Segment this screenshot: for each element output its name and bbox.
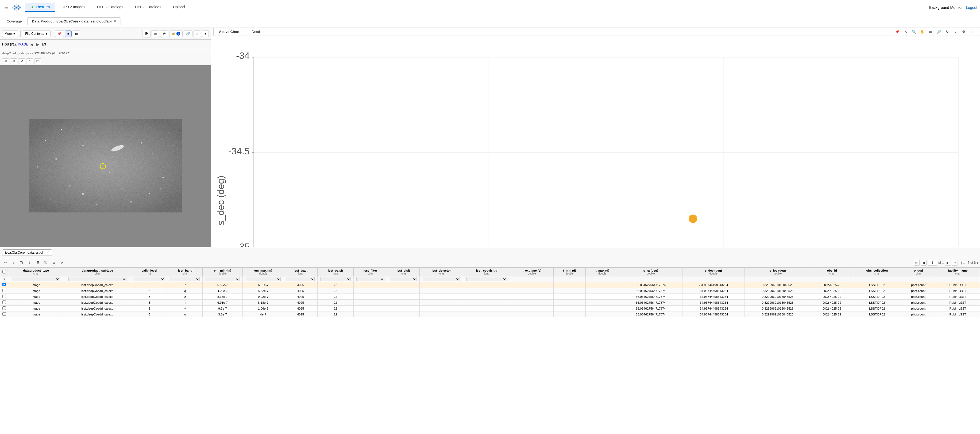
- expand-button[interactable]: ⇗: [194, 30, 201, 37]
- filter-select-6[interactable]: [246, 277, 281, 281]
- filter-cell-2[interactable]: [64, 276, 131, 282]
- filter-cell-3[interactable]: [131, 276, 168, 282]
- filter-select-11[interactable]: [423, 277, 460, 281]
- nav-tab-upload[interactable]: Upload: [168, 3, 190, 12]
- logout-link[interactable]: Logout: [966, 5, 977, 10]
- page-last-button[interactable]: ⇥: [952, 260, 958, 266]
- expand-chart-button[interactable]: ⇗: [968, 29, 976, 35]
- nav-tab-results[interactable]: ▲ Results: [25, 3, 55, 12]
- select-button[interactable]: ↖: [902, 29, 909, 35]
- filter-select-1[interactable]: [12, 277, 60, 281]
- single-view-button[interactable]: ■: [65, 30, 72, 37]
- col-header-s-fov[interactable]: s_fov (deg)double: [745, 268, 811, 276]
- col-header-lsst-band[interactable]: lsst_bandchar: [168, 268, 203, 276]
- tab-details[interactable]: Details: [246, 28, 268, 35]
- table-tab[interactable]: ivoa.ObsCore - data.lsst.cl... ✕: [2, 249, 52, 256]
- tab-active-chart[interactable]: Active Chart: [213, 28, 245, 35]
- col-header-t-exptime[interactable]: t_exptime (s)double: [510, 268, 554, 276]
- background-monitor-link[interactable]: Background Monitor: [929, 5, 963, 10]
- table-row[interactable]: imagelsst.deepCoadd_calexp3z8.18e-79.22e…: [0, 294, 980, 300]
- wcs-button[interactable]: ⚙: [142, 30, 151, 37]
- zoom-out-chart-button[interactable]: 🔎: [935, 29, 943, 35]
- col-header-t-max[interactable]: t_max (d)double: [586, 268, 619, 276]
- row-checkbox[interactable]: [2, 312, 6, 316]
- filter-select-9[interactable]: [356, 277, 384, 281]
- page-prev-button[interactable]: ◀: [921, 260, 926, 266]
- col-header-obs-id[interactable]: obs_idchar: [811, 268, 853, 276]
- settings-button[interactable]: ⚙: [960, 29, 967, 35]
- nav-tab-dp02images[interactable]: DP0.2 Images: [56, 3, 91, 12]
- row-checkbox[interactable]: [2, 300, 6, 304]
- row-checkbox[interactable]: [2, 295, 6, 298]
- filter-cell-7[interactable]: [284, 276, 317, 282]
- col-header-em-min[interactable]: em_min (m)double: [203, 268, 243, 276]
- filter-select-8[interactable]: [320, 277, 351, 281]
- col-header-lsst-patch[interactable]: lsst_patchlong: [317, 268, 354, 276]
- filter-select-4[interactable]: [170, 277, 200, 281]
- zoom-fit-button[interactable]: +: [202, 30, 209, 37]
- hamburger-menu[interactable]: ☰: [3, 3, 10, 12]
- tab-dataproduct[interactable]: Data Product: ivoa.ObsCore - data.lsst.c…: [27, 18, 121, 25]
- restore-button[interactable]: ↻: [943, 29, 951, 35]
- col-header-calib-level[interactable]: calib_levelint: [131, 268, 168, 276]
- row-checkbox-cell[interactable]: [0, 311, 8, 318]
- table-add-button[interactable]: ✏: [2, 260, 9, 266]
- zoom-fit-img-button[interactable]: ↗: [18, 58, 25, 64]
- row-checkbox-cell[interactable]: [0, 294, 8, 300]
- row-checkbox-cell[interactable]: [0, 300, 8, 306]
- row-checkbox[interactable]: [2, 306, 6, 310]
- filter-cell-11[interactable]: [419, 276, 463, 282]
- filter-select-2[interactable]: [68, 277, 127, 281]
- link-button[interactable]: 🔗: [184, 30, 192, 37]
- more-button[interactable]: More ▼: [2, 30, 18, 37]
- file-contents-button[interactable]: File Contents ▼: [23, 30, 51, 37]
- filter-select-12[interactable]: [466, 277, 507, 281]
- table-info-button[interactable]: ⓘ: [42, 260, 49, 266]
- target-button[interactable]: ◎: [151, 30, 159, 37]
- filter-cell-9[interactable]: [354, 276, 387, 282]
- table-row[interactable]: imagelsst.deepCoadd_calexp3i6.91e-78.18e…: [0, 300, 980, 306]
- table-download-button[interactable]: ⇓: [26, 260, 33, 266]
- grid-view-button[interactable]: ⊞: [73, 30, 80, 37]
- col-header-o-ucd[interactable]: o_ucdchar: [901, 268, 935, 276]
- pin-chart-button[interactable]: 📌: [894, 29, 901, 35]
- filter-cell-5[interactable]: [203, 276, 243, 282]
- zoom-original-button[interactable]: 1:1: [34, 58, 41, 64]
- nav-tab-dp02catalogs[interactable]: DP0.2 Catalogs: [92, 3, 129, 12]
- row-checkbox-cell[interactable]: [0, 282, 8, 288]
- col-header-facility-name[interactable]: facility_namechar: [935, 268, 980, 276]
- filter-select-5[interactable]: [205, 277, 240, 281]
- tab-coverage[interactable]: Coverage: [2, 18, 26, 25]
- row-checkbox[interactable]: [2, 283, 6, 286]
- close-tab-icon[interactable]: ✕: [113, 19, 116, 23]
- draw-button[interactable]: ✍ 2: [169, 30, 183, 37]
- hdu-prev-button[interactable]: ◀: [29, 42, 34, 47]
- filter-cell-12[interactable]: [463, 276, 510, 282]
- layers-button[interactable]: ☍: [160, 30, 168, 37]
- zoom-in-chart-button[interactable]: 🔍: [910, 29, 918, 35]
- zoom-fill-button[interactable]: ↖: [26, 58, 33, 64]
- page-number-input[interactable]: [928, 260, 937, 266]
- table-text-filter-button[interactable]: Tt: [18, 260, 25, 266]
- filter-button[interactable]: ▿: [952, 29, 959, 35]
- table-filter-button[interactable]: ▿: [10, 260, 17, 266]
- col-header-lsst-tract[interactable]: lsst_tractlong: [284, 268, 317, 276]
- row-checkbox-cell[interactable]: [0, 288, 8, 294]
- col-header-lsst-detector[interactable]: lsst_detectorlong: [419, 268, 463, 276]
- table-settings-button[interactable]: ⚙: [50, 260, 57, 266]
- filter-select-3[interactable]: [134, 277, 165, 281]
- col-header-s-dec[interactable]: s_dec (deg)double: [682, 268, 745, 276]
- col-header-s-ra[interactable]: s_ra (deg)double: [619, 268, 682, 276]
- nav-tab-dp03catalogs[interactable]: DP0.3 Catalogs: [130, 3, 167, 12]
- page-next-button[interactable]: ▶: [945, 260, 951, 266]
- page-first-button[interactable]: ⇤: [914, 260, 920, 266]
- filter-select-7[interactable]: [286, 277, 315, 281]
- table-column-settings-button[interactable]: ☰: [34, 260, 41, 266]
- col-header-obs-collection[interactable]: obs_collectionchar: [853, 268, 901, 276]
- hdu-next-button[interactable]: ▶: [35, 42, 40, 47]
- filter-cell-1[interactable]: [8, 276, 64, 282]
- hdu-type-link[interactable]: IMAGE: [18, 43, 28, 46]
- table-row[interactable]: imagelsst.deepCoadd_calexp3g4.02e-75.52e…: [0, 288, 980, 294]
- row-checkbox-cell[interactable]: [0, 306, 8, 311]
- rect-zoom-button[interactable]: ▭: [927, 29, 934, 35]
